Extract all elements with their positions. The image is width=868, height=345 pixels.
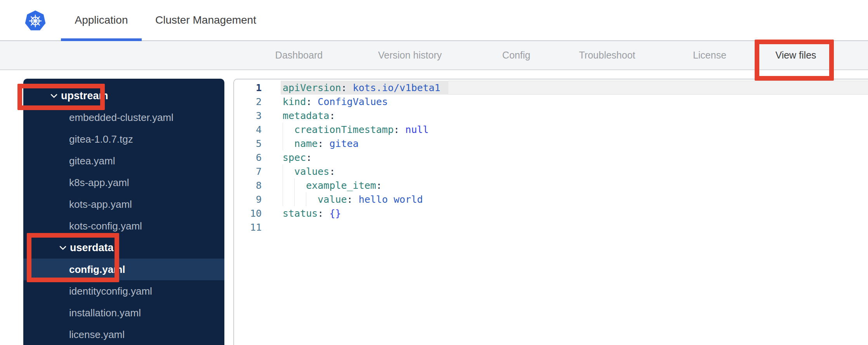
yaml-value: ConfigValues xyxy=(312,96,388,107)
tree-folder-userdata[interactable]: userdata xyxy=(23,237,224,259)
tab-view-files[interactable]: View files xyxy=(775,41,816,69)
tree-file-label: kots-config.yaml xyxy=(69,220,142,232)
yaml-value: hello world xyxy=(353,194,423,205)
code-line-1: 1 apiVersion: kots.io/v1beta1 xyxy=(234,81,868,95)
top-tab-application-label: Application xyxy=(75,14,128,26)
code-line-2: 2 kind: ConfigValues xyxy=(234,95,868,109)
tree-file-label: installation.yaml xyxy=(69,307,141,319)
tree-folder-label: upstream xyxy=(61,90,108,102)
yaml-null-value: null xyxy=(399,124,429,135)
yaml-key: value xyxy=(283,194,347,205)
tree-file-label: config.yaml xyxy=(69,264,125,276)
yaml-file-viewer[interactable]: 1 apiVersion: kots.io/v1beta1 2 kind: Co… xyxy=(233,79,868,345)
tree-file-k8s-app[interactable]: k8s-app.yaml xyxy=(23,172,224,193)
tab-troubleshoot[interactable]: Troubleshoot xyxy=(579,41,635,69)
tab-config[interactable]: Config xyxy=(502,41,530,69)
yaml-key: metadata xyxy=(283,110,329,121)
tree-file-label: gitea-1.0.7.tgz xyxy=(69,133,133,145)
tree-file-label: identityconfig.yaml xyxy=(69,285,152,297)
line-number: 4 xyxy=(234,124,264,135)
tab-dashboard[interactable]: Dashboard xyxy=(275,41,323,69)
yaml-key: kind xyxy=(283,96,306,107)
tab-dashboard-label: Dashboard xyxy=(275,50,323,61)
tree-file-label: embedded-cluster.yaml xyxy=(69,112,174,124)
tree-file-identityconfig[interactable]: identityconfig.yaml xyxy=(23,280,224,302)
chevron-down-icon xyxy=(59,246,66,250)
tab-troubleshoot-label: Troubleshoot xyxy=(579,50,635,61)
yaml-colon: : xyxy=(347,194,353,205)
yaml-colon: : xyxy=(329,110,335,121)
line-number: 5 xyxy=(234,138,264,149)
tree-file-license[interactable]: license.yaml xyxy=(23,324,224,345)
tab-license-label: License xyxy=(693,50,726,61)
tab-view-files-label: View files xyxy=(775,50,816,61)
line-number: 11 xyxy=(234,222,264,233)
top-tab-cluster-management-label: Cluster Management xyxy=(155,14,256,26)
tree-folder-upstream[interactable]: upstream xyxy=(23,85,224,107)
yaml-colon: : xyxy=(329,166,335,177)
yaml-key: spec xyxy=(283,152,306,163)
tree-file-embedded-cluster[interactable]: embedded-cluster.yaml xyxy=(23,107,224,128)
code-line-7: 7 values: xyxy=(234,164,868,178)
top-tab-application[interactable]: Application xyxy=(61,0,142,40)
tab-config-label: Config xyxy=(502,50,530,61)
yaml-colon: : xyxy=(376,180,382,191)
line-number: 3 xyxy=(234,110,264,121)
file-tree: upstream embedded-cluster.yaml gitea-1.0… xyxy=(23,79,224,345)
yaml-key: name xyxy=(283,138,318,149)
kots-admin-console: Application Cluster Management Dashboard… xyxy=(0,0,868,345)
code-line-9: 9 value: hello world xyxy=(234,192,868,206)
code-line-10: 10 status: {} xyxy=(234,206,868,220)
yaml-colon: : xyxy=(318,208,323,219)
yaml-key: values xyxy=(283,166,329,177)
tab-version-history[interactable]: Version history xyxy=(378,41,442,69)
yaml-colon: : xyxy=(318,138,323,149)
app-sub-nav: Dashboard Version history Config Trouble… xyxy=(0,41,868,70)
line-number: 6 xyxy=(234,152,264,163)
line-number: 1 xyxy=(234,82,264,93)
yaml-key: creationTimestamp xyxy=(283,124,394,135)
line-number: 9 xyxy=(234,194,264,205)
tree-folder-label: userdata xyxy=(70,242,114,254)
yaml-key: status xyxy=(283,208,318,219)
kubernetes-logo-icon xyxy=(25,10,46,31)
code-line-8: 8 example_item: xyxy=(234,178,868,192)
code-line-3: 3 metadata: xyxy=(234,109,868,122)
line-number: 7 xyxy=(234,166,264,177)
chevron-down-icon xyxy=(50,94,57,98)
code-line-4: 4 creationTimestamp: null xyxy=(234,122,868,136)
tree-file-label: kots-app.yaml xyxy=(69,198,132,210)
tree-file-gitea-yaml[interactable]: gitea.yaml xyxy=(23,150,224,172)
line-number: 8 xyxy=(234,180,264,191)
code-line-5: 5 name: gitea xyxy=(234,136,868,150)
tab-version-history-label: Version history xyxy=(378,50,442,61)
tree-file-kots-config[interactable]: kots-config.yaml xyxy=(23,215,224,237)
yaml-key: example_item xyxy=(283,180,376,191)
line-number: 2 xyxy=(234,96,264,107)
tree-file-config-selected[interactable]: config.yaml xyxy=(23,259,224,280)
yaml-value: gitea xyxy=(323,138,358,149)
tree-file-gitea-tgz[interactable]: gitea-1.0.7.tgz xyxy=(23,128,224,150)
yaml-colon: : xyxy=(394,124,399,135)
tree-file-label: gitea.yaml xyxy=(69,155,115,167)
code-line-11: 11 xyxy=(234,220,868,234)
yaml-colon: : xyxy=(306,152,312,163)
yaml-value: kots.io/v1beta1 xyxy=(347,82,441,93)
tree-file-kots-app[interactable]: kots-app.yaml xyxy=(23,193,224,215)
yaml-colon: : xyxy=(306,96,312,107)
tree-file-installation[interactable]: installation.yaml xyxy=(23,302,224,324)
yaml-colon: : xyxy=(341,82,347,93)
line-number: 10 xyxy=(234,208,264,219)
top-nav: Application Cluster Management xyxy=(0,0,868,41)
tab-license[interactable]: License xyxy=(693,41,726,69)
tree-file-label: license.yaml xyxy=(69,329,125,341)
yaml-empty-object-value: {} xyxy=(323,208,341,219)
tree-file-label: k8s-app.yaml xyxy=(69,177,129,189)
yaml-key: apiVersion xyxy=(283,82,341,93)
top-tab-cluster-management[interactable]: Cluster Management xyxy=(148,0,263,40)
code-line-6: 6 spec: xyxy=(234,150,868,164)
